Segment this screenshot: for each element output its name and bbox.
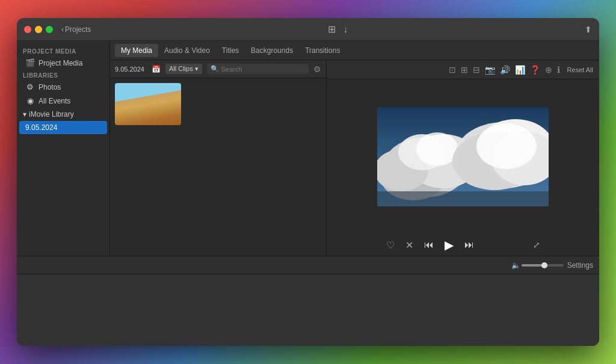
rewind-button[interactable]: ⏮	[424, 239, 434, 250]
main-area: PROJECT MEDIA 🎬 Project Media LIBRARIES …	[17, 41, 599, 256]
video-preview[interactable]	[377, 107, 549, 206]
timeline-content	[17, 274, 599, 346]
minimize-button[interactable]	[35, 26, 42, 33]
clip-toolbar: 9.05.2024 📅 All Clips ▾ 🔍 ⚙	[110, 60, 326, 78]
svg-point-11	[476, 123, 537, 169]
transform-icon[interactable]: ⊟	[473, 65, 480, 75]
filter-label: All Clips	[169, 65, 193, 72]
events-icon: ◉	[25, 96, 35, 105]
tab-backgrounds[interactable]: Backgrounds	[245, 44, 299, 57]
volume-track[interactable]	[522, 264, 564, 267]
timeline-area: 🔈 Settings	[17, 256, 599, 346]
clip-thumbnail-desert[interactable]	[115, 83, 181, 125]
filter-dropdown[interactable]: All Clips ▾	[165, 64, 202, 74]
volume-thumb[interactable]	[541, 262, 547, 268]
close-button[interactable]	[24, 26, 31, 33]
reset-button[interactable]: Reset All	[567, 66, 593, 73]
favorite-button[interactable]: ♡	[386, 239, 395, 251]
maximize-button[interactable]	[46, 26, 53, 33]
preview-main	[327, 79, 599, 234]
sidebar-item-all-events[interactable]: ◉ All Events	[19, 94, 107, 108]
clip-date-label: 9.05.2024	[115, 66, 144, 73]
sidebar-item-photos-label: Photos	[38, 83, 61, 91]
grid-icon[interactable]: ⊞	[328, 23, 336, 35]
fullscreen-button[interactable]: ⤢	[533, 240, 540, 250]
chevron-left-icon: ‹	[61, 25, 64, 34]
content-area: My Media Audio & Video Titles Background…	[110, 41, 599, 256]
app-window: ‹ Projects ⊞ ↓ ⬆ PROJECT MEDIA 🎬 Project…	[17, 18, 599, 346]
chevron-down-icon: ▾	[23, 110, 26, 119]
tab-bar: My Media Audio & Video Titles Background…	[110, 41, 599, 60]
preview-toolbar: ⊡ ⊞ ⊟ 📷 🔊 📊 ❓ ⊕ ℹ Reset All	[327, 60, 599, 79]
titlebar: ‹ Projects ⊞ ↓ ⬆	[17, 18, 599, 41]
sidebar-imovie-library-label: iMovie Library	[29, 110, 74, 119]
chart-icon[interactable]: 📊	[515, 65, 525, 75]
sidebar-item-project-media-label: Project Media	[38, 59, 82, 67]
info-icon[interactable]: ℹ	[557, 65, 560, 75]
timeline-toolbar: 🔈 Settings	[17, 256, 599, 274]
media-browser: 9.05.2024 📅 All Clips ▾ 🔍 ⚙	[110, 60, 599, 256]
photos-icon: ⚙	[25, 82, 35, 91]
clip-panel: 9.05.2024 📅 All Clips ▾ 🔍 ⚙	[110, 60, 327, 256]
sidebar-item-project-media[interactable]: 🎬 Project Media	[19, 56, 107, 70]
share-icon[interactable]: ⬆	[585, 25, 592, 34]
desert-thumbnail-image	[115, 83, 181, 125]
reject-button[interactable]: ✕	[405, 239, 413, 251]
preview-video-image	[377, 107, 549, 206]
sidebar-item-date[interactable]: 9.05.2024	[19, 121, 107, 134]
calendar-icon: 📅	[152, 65, 161, 73]
titlebar-center: ⊞ ↓	[91, 23, 585, 35]
volume-fill	[522, 264, 543, 267]
audio-icon[interactable]: 🔊	[500, 65, 510, 75]
sidebar: PROJECT MEDIA 🎬 Project Media LIBRARIES …	[17, 41, 110, 256]
volume-slider[interactable]: 🔈	[511, 261, 564, 270]
preview-controls: ♡ ✕ ⏮ ▶ ⏭ ⤢	[327, 234, 599, 256]
svg-point-6	[416, 132, 458, 166]
tab-audio-video[interactable]: Audio & Video	[158, 44, 216, 57]
back-button[interactable]: ‹ Projects	[61, 25, 91, 34]
sidebar-item-photos[interactable]: ⚙ Photos	[19, 80, 107, 94]
back-label: Projects	[65, 25, 91, 34]
tab-titles[interactable]: Titles	[216, 44, 245, 57]
libraries-section-label: LIBRARIES	[17, 70, 109, 80]
trim-icon[interactable]: ⊞	[461, 65, 468, 75]
clips-grid	[110, 78, 326, 256]
sidebar-imovie-library[interactable]: ▾ iMovie Library	[17, 108, 109, 121]
help-icon[interactable]: ❓	[530, 65, 540, 75]
traffic-lights	[24, 26, 53, 33]
search-input[interactable]	[221, 66, 305, 73]
stabilize-icon[interactable]: ⊕	[545, 65, 552, 75]
project-media-section-label: PROJECT MEDIA	[17, 46, 109, 56]
crop-icon[interactable]: ⊡	[449, 65, 456, 75]
forward-button[interactable]: ⏭	[464, 239, 474, 250]
camera-icon[interactable]: 📷	[485, 65, 495, 75]
play-button[interactable]: ▶	[445, 238, 454, 252]
svg-rect-12	[377, 191, 549, 206]
search-box[interactable]: 🔍	[207, 64, 309, 74]
volume-icon: 🔈	[511, 261, 520, 270]
tab-my-media[interactable]: My Media	[115, 44, 158, 57]
preview-panel: ⊡ ⊞ ⊟ 📷 🔊 📊 ❓ ⊕ ℹ Reset All	[327, 60, 599, 256]
sidebar-date-label: 9.05.2024	[25, 123, 57, 132]
search-icon: 🔍	[211, 65, 219, 73]
settings-button[interactable]: Settings	[567, 261, 593, 270]
film-icon: 🎬	[25, 58, 35, 67]
download-icon[interactable]: ↓	[343, 24, 348, 35]
tab-transitions[interactable]: Transitions	[299, 44, 346, 57]
sidebar-item-all-events-label: All Events	[38, 97, 70, 105]
settings-icon[interactable]: ⚙	[313, 64, 321, 74]
